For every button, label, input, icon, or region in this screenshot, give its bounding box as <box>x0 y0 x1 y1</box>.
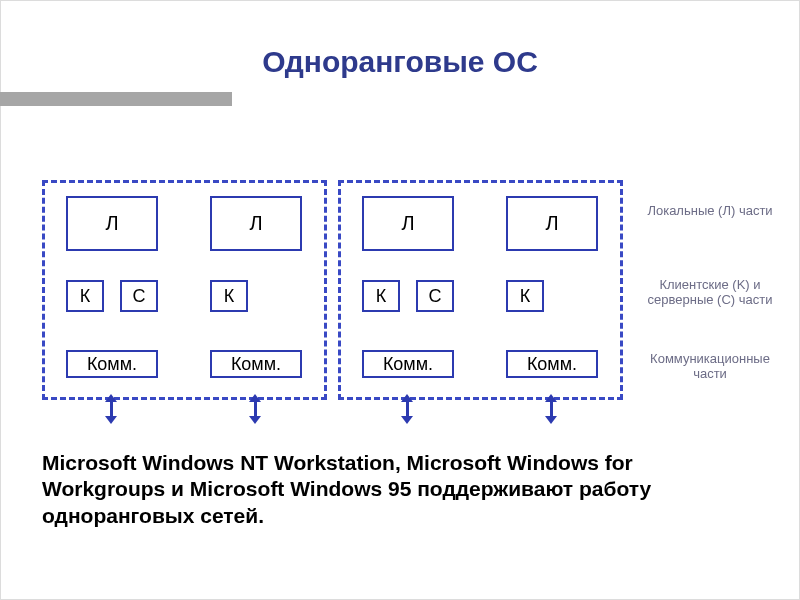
legend-client-server: Клиентские (K) и серверные (C) части <box>635 278 785 308</box>
double-arrow-icon <box>544 394 558 424</box>
double-arrow-icon <box>248 394 262 424</box>
box-comm: Комм. <box>506 350 598 378</box>
box-C: С <box>120 280 158 312</box>
box-L: Л <box>362 196 454 251</box>
legend-comm: Коммуникационные части <box>635 352 785 382</box>
title-accent-bar <box>0 92 232 106</box>
double-arrow-icon <box>104 394 118 424</box>
box-K: К <box>66 280 104 312</box>
box-comm: Комм. <box>66 350 158 378</box>
box-comm: Комм. <box>210 350 302 378</box>
legend-local: Локальные (Л) части <box>635 204 785 219</box>
slide-title: Одноранговые ОС <box>0 45 800 79</box>
box-C: С <box>416 280 454 312</box>
caption-text: Microsoft Windows NT Workstation, Micros… <box>42 450 758 529</box>
double-arrow-icon <box>400 394 414 424</box>
box-L: Л <box>66 196 158 251</box>
box-K: К <box>506 280 544 312</box>
box-L: Л <box>210 196 302 251</box>
box-K: К <box>210 280 248 312</box>
box-L: Л <box>506 196 598 251</box>
box-K: К <box>362 280 400 312</box>
box-comm: Комм. <box>362 350 454 378</box>
